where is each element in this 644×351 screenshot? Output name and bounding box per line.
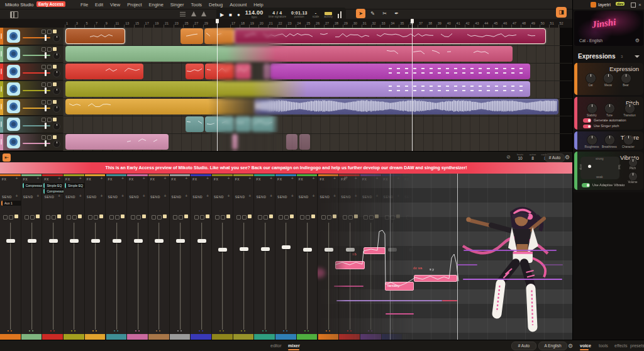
fx-add-button[interactable]: +	[291, 176, 294, 181]
send-add-button[interactable]: +	[36, 194, 39, 198]
fx-add-button[interactable]: +	[121, 176, 124, 181]
sidebar-tab-tools[interactable]: tools	[599, 343, 608, 348]
mixer-channel[interactable]: FX+SEND+	[170, 174, 191, 340]
playhead-marker[interactable]	[216, 19, 219, 23]
singer-avatar[interactable]	[7, 82, 20, 96]
track-record-arm-icon[interactable]	[53, 100, 57, 104]
send-add-button[interactable]: +	[58, 194, 60, 198]
mixer-channel[interactable]: FX+CompressorSEND+	[21, 174, 43, 340]
channel-color-footer[interactable]	[233, 334, 254, 340]
menu-item-help[interactable]: Help	[253, 2, 263, 8]
tuner-icon[interactable]	[201, 11, 206, 16]
track-solo-icon[interactable]	[47, 47, 52, 52]
clip[interactable]	[270, 64, 530, 79]
sidebar-tab-voice[interactable]: voice	[580, 343, 591, 348]
knob-stability[interactable]	[587, 103, 597, 114]
sidebar-tab-presets[interactable]: presets	[630, 343, 644, 348]
arrange-settings-icon[interactable]: ⚙	[565, 154, 570, 160]
channel-mute-icon[interactable]	[215, 215, 219, 220]
character-settings-icon[interactable]: ⚙	[635, 38, 640, 43]
channel-solo-icon[interactable]	[94, 215, 98, 220]
pen-tool[interactable]: ✒	[392, 9, 401, 18]
volume-slider-handle[interactable]	[45, 105, 47, 111]
fader-handle[interactable]	[218, 248, 227, 252]
stop-button[interactable]: ■	[229, 12, 232, 18]
mixer-channel[interactable]: FX+SEND+	[212, 174, 233, 340]
channel-solo-icon[interactable]	[264, 215, 268, 220]
track-record-arm-icon[interactable]	[53, 30, 57, 33]
send-add-button[interactable]: +	[185, 194, 187, 198]
mixer-channel[interactable]: FX+SEND+Aux 1	[0, 174, 21, 340]
view-tab-mixer[interactable]: mixer	[288, 343, 300, 348]
track-header[interactable]	[0, 81, 63, 98]
fader-handle[interactable]	[240, 247, 248, 251]
channel-solo-icon[interactable]	[221, 215, 225, 220]
menu-item-engine[interactable]: Engine	[149, 2, 164, 8]
timeline-ruler[interactable]: 1357911131517192123252729171819202122232…	[0, 19, 572, 28]
bottom-settings-icon[interactable]: ⚙	[568, 343, 573, 349]
scissors-tool[interactable]: ✂	[380, 9, 389, 18]
channel-color-footer[interactable]	[212, 334, 233, 340]
knob-volume[interactable]	[628, 172, 638, 181]
mixer-channel[interactable]: FX+SEND+	[254, 174, 275, 340]
track-record-arm-icon[interactable]	[53, 47, 57, 51]
track-record-arm-icon[interactable]	[53, 118, 57, 121]
menu-item-project[interactable]: Project	[127, 2, 142, 8]
track-grip[interactable]	[1, 104, 2, 109]
channel-solo-icon[interactable]	[52, 215, 56, 220]
clip[interactable]	[180, 28, 203, 44]
fx-chip[interactable]: Simple EQ	[43, 183, 64, 188]
volume-slider-handle[interactable]	[45, 52, 47, 58]
track-header[interactable]	[0, 63, 63, 81]
fx-add-button[interactable]: +	[206, 176, 209, 181]
track-record-arm-icon[interactable]	[53, 135, 57, 139]
fader-handle[interactable]	[282, 245, 291, 249]
mixer-channel[interactable]: FX+Simple EQCompressorSEND+	[42, 174, 64, 340]
fx-add-button[interactable]: +	[164, 176, 166, 181]
send-add-button[interactable]: +	[164, 194, 166, 198]
menu-item-file[interactable]: File	[80, 2, 88, 8]
knob-character[interactable]	[623, 135, 634, 145]
send-add-button[interactable]: +	[79, 194, 82, 198]
pan-knob[interactable]	[53, 105, 60, 113]
singer-avatar[interactable]	[7, 65, 20, 78]
fader-handle[interactable]	[28, 239, 36, 243]
pan-knob[interactable]	[53, 123, 60, 130]
volume-slider-handle[interactable]	[45, 140, 47, 147]
fx-add-button[interactable]: +	[270, 176, 272, 181]
channel-solo-icon[interactable]	[200, 215, 204, 220]
singer-avatar[interactable]	[7, 100, 20, 113]
track-grip[interactable]	[1, 139, 2, 145]
track-record-arm-icon[interactable]	[53, 82, 57, 86]
channel-color-footer[interactable]	[85, 334, 106, 340]
channel-solo-icon[interactable]	[9, 215, 13, 220]
track-grip[interactable]	[1, 86, 2, 92]
fader-track[interactable]	[222, 223, 223, 330]
clip[interactable]	[254, 99, 558, 114]
mixer-channel[interactable]: FX+SEND+	[297, 174, 318, 340]
channel-solo-icon[interactable]	[157, 215, 162, 220]
channel-mute-icon[interactable]	[46, 215, 50, 220]
fx-add-button[interactable]: +	[185, 176, 187, 181]
mixer-channel[interactable]: FX+SEND+	[275, 174, 297, 340]
track-solo-icon[interactable]	[47, 65, 52, 69]
channel-mute-icon[interactable]	[3, 215, 8, 220]
track-header[interactable]	[0, 133, 63, 151]
fx-add-button[interactable]: +	[100, 176, 103, 181]
send-chip[interactable]: Aux 1	[1, 201, 21, 206]
channel-mute-icon[interactable]	[279, 215, 283, 220]
track-grip[interactable]	[1, 51, 2, 57]
fx-add-button[interactable]: +	[143, 176, 145, 181]
fader-track[interactable]	[286, 223, 287, 330]
toggle-use-adaptive-vibrato[interactable]	[582, 183, 590, 187]
singer-avatar[interactable]	[7, 135, 20, 148]
pencil-tool[interactable]: ✎	[368, 9, 377, 18]
menu-item-view[interactable]: View	[110, 2, 120, 8]
fader-handle[interactable]	[176, 239, 185, 243]
volume-slider-handle[interactable]	[45, 70, 47, 76]
expressions-header[interactable]: Expressions 3	[573, 52, 644, 62]
track-grip[interactable]	[1, 33, 2, 39]
track-mute-icon[interactable]	[42, 82, 46, 87]
knob-cat[interactable]	[586, 73, 596, 84]
fx-add-button[interactable]: +	[312, 176, 314, 181]
